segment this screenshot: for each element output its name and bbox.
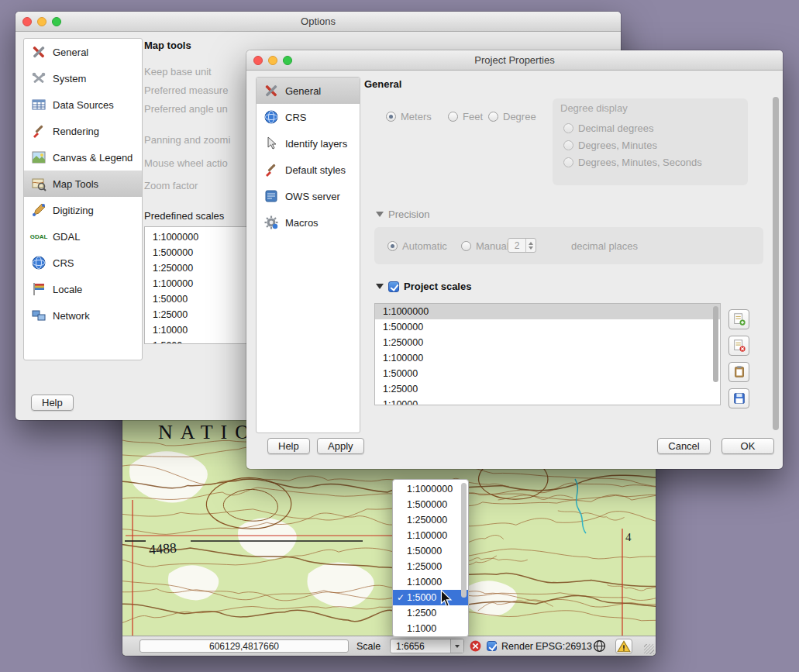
predefined-scales-label: Predefined scales [144, 210, 224, 222]
menu-item[interactable]: 1:1000 [393, 621, 468, 636]
messages-warning-button[interactable] [615, 639, 632, 654]
project-scales-checkbox[interactable] [388, 281, 399, 292]
sidebar-item-identify-layers[interactable]: Identify layers [257, 130, 360, 157]
sidebar-item-system[interactable]: System [24, 65, 142, 91]
scale-list-item[interactable]: 1:10000 [375, 397, 720, 405]
globe-icon [30, 255, 47, 271]
sidebar-item-general[interactable]: General [257, 78, 360, 104]
sidebar-item-label: Default styles [285, 164, 346, 176]
project-properties-titlebar[interactable]: Project Properties [246, 50, 783, 71]
cancel-button[interactable]: Cancel [657, 438, 711, 454]
sidebar-item-label: Macros [285, 217, 319, 229]
menu-item[interactable]: 1:2500 [393, 605, 468, 621]
help-button[interactable]: Help [31, 395, 74, 411]
sidebar-item-map-tools[interactable]: Map Tools [24, 171, 142, 197]
sidebar-item-locale[interactable]: Locale [24, 276, 142, 302]
apply-button[interactable]: Apply [317, 438, 364, 454]
resize-grip[interactable] [644, 644, 654, 654]
flag-icon [30, 281, 47, 297]
decimal-places-label: decimal places [571, 240, 638, 252]
spinner-arrows[interactable] [525, 239, 536, 252]
radio-degrees-minutes[interactable]: Degrees, Minutes [563, 140, 657, 151]
chevron-down-icon [529, 246, 533, 250]
scale-list-item[interactable]: 1:50000 [375, 366, 720, 381]
project-scales-list[interactable]: 1:1000000 1:500000 1:250000 1:100000 1:5… [374, 303, 721, 405]
sidebar-item-crs[interactable]: CRS [257, 104, 360, 130]
radio-degree[interactable]: Degree [488, 111, 536, 122]
sidebar-item-gdal[interactable]: GDAL GDAL [24, 223, 142, 250]
menu-item[interactable]: 1:100000 [393, 528, 468, 543]
sidebar-item-canvas-legend[interactable]: Canvas & Legend [24, 144, 142, 171]
menu-item[interactable]: 1:25000 [393, 559, 468, 574]
zoom-button[interactable] [283, 56, 292, 65]
radio-manual[interactable]: Manual [461, 240, 509, 252]
list-scrollbar[interactable] [713, 306, 718, 382]
radio-icon [563, 140, 573, 150]
decimal-places-spinner[interactable]: 2 [508, 238, 536, 253]
epsg-label: EPSG:26913 [536, 641, 592, 652]
radio-icon [448, 112, 458, 122]
scale-list-item[interactable]: 1:250000 [375, 335, 720, 350]
section-heading: Map tools [144, 40, 191, 51]
render-checkbox[interactable] [487, 641, 497, 651]
radio-meters[interactable]: Meters [386, 111, 432, 122]
scale-list-item[interactable]: 1:1000000 [375, 304, 720, 319]
menu-item[interactable]: 1:1000000 [393, 481, 468, 497]
sidebar-item-digitizing[interactable]: Digitizing [24, 197, 142, 223]
sidebar-item-default-styles[interactable]: Default styles [257, 157, 360, 183]
sidebar-item-network[interactable]: Network [24, 302, 142, 329]
radio-icon [488, 112, 498, 122]
precision-disclosure[interactable]: Precision [376, 208, 429, 220]
ok-button[interactable]: OK [722, 438, 774, 454]
sidebar-item-label: Digitizing [53, 205, 94, 216]
menu-item-selected[interactable]: ✓ 1:5000 [393, 590, 468, 605]
panning-zooming-label: Panning and zoomi [144, 134, 230, 146]
menu-item[interactable]: 1:250000 [393, 512, 468, 528]
radio-feet[interactable]: Feet [448, 111, 483, 122]
sidebar-item-general[interactable]: General [24, 39, 142, 65]
precision-title: Precision [388, 208, 429, 220]
remove-scale-button[interactable] [728, 336, 749, 356]
scale-dropdown-menu: 1:1000000 1:500000 1:250000 1:100000 1:5… [392, 479, 469, 637]
window-scrollbar[interactable] [773, 97, 779, 430]
sidebar-item-rendering[interactable]: Rendering [24, 118, 142, 144]
sidebar-item-label: Canvas & Legend [53, 152, 133, 164]
server-icon [263, 188, 280, 204]
scale-list-item[interactable]: 1:25000 [375, 381, 720, 397]
zoom-button[interactable] [52, 17, 61, 26]
save-scales-button[interactable] [728, 388, 749, 408]
radio-icon [461, 241, 471, 251]
scale-combobox-arrow[interactable] [450, 639, 463, 653]
scale-label: Scale [356, 641, 381, 652]
tools-icon [263, 83, 280, 98]
radio-degrees-minutes-seconds[interactable]: Degrees, Minutes, Seconds [563, 157, 702, 168]
minimize-button[interactable] [268, 56, 277, 65]
menu-item[interactable]: 1:50000 [393, 543, 468, 559]
crs-status-globe-icon[interactable] [593, 639, 606, 653]
sidebar-item-macros[interactable]: Macros [257, 209, 360, 236]
scale-combobox[interactable]: 1:6656 [390, 639, 464, 653]
radio-decimal-degrees[interactable]: Decimal degrees [563, 122, 654, 134]
paintbrush-icon [263, 162, 280, 177]
scale-list-item[interactable]: 1:100000 [375, 350, 720, 366]
spinner-value: 2 [508, 240, 525, 251]
menu-item[interactable]: 1:500000 [393, 497, 468, 512]
close-button[interactable] [22, 17, 32, 26]
close-button[interactable] [253, 56, 263, 65]
coordinate-display[interactable]: 606129,4817660 [139, 639, 349, 653]
scale-list-item[interactable]: 1:500000 [375, 319, 720, 335]
options-titlebar[interactable]: Options [15, 12, 621, 32]
sidebar-item-data-sources[interactable]: Data Sources [24, 91, 142, 118]
stop-render-icon[interactable] [469, 639, 482, 653]
minimize-button[interactable] [37, 17, 46, 26]
menu-scrollbar[interactable] [461, 483, 467, 598]
sidebar-item-crs[interactable]: CRS [24, 250, 142, 276]
add-scale-button[interactable] [728, 309, 749, 329]
import-scales-button[interactable] [728, 362, 749, 382]
menu-item[interactable]: 1:10000 [393, 574, 468, 590]
sidebar-item-ows-server[interactable]: OWS server [257, 183, 360, 209]
help-button[interactable]: Help [267, 438, 310, 454]
project-scales-header[interactable]: Project scales [376, 281, 471, 292]
radio-automatic[interactable]: Automatic [387, 240, 447, 252]
sidebar-item-label: Map Tools [53, 178, 98, 190]
